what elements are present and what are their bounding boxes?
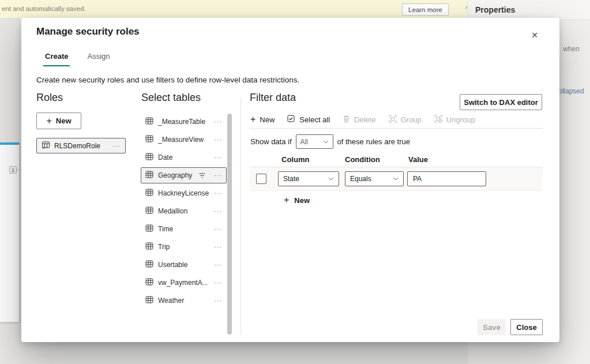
trash-icon bbox=[343, 115, 350, 125]
toolbar-select-all-button[interactable]: Select all bbox=[287, 115, 330, 125]
toolbar-delete-button[interactable]: Delete bbox=[343, 115, 376, 125]
toolbar-group-button[interactable]: Group bbox=[389, 115, 422, 125]
new-role-button[interactable]: + New bbox=[36, 112, 81, 129]
table-row[interactable]: HackneyLicense··· bbox=[141, 185, 227, 201]
ungroup-icon bbox=[434, 115, 442, 125]
cardinality-badge: 1 bbox=[9, 166, 17, 174]
chevron-down-icon bbox=[393, 177, 399, 181]
chevron-down-icon bbox=[328, 177, 334, 181]
table-name: _MeasureView bbox=[158, 136, 204, 144]
column-header-condition: Condition bbox=[345, 155, 380, 164]
table-icon bbox=[145, 171, 153, 180]
toolbar-divider bbox=[250, 128, 543, 129]
switch-to-dax-button[interactable]: Switch to DAX editor bbox=[460, 94, 542, 110]
group-icon bbox=[389, 115, 397, 125]
learn-more-button[interactable]: Learn more bbox=[402, 3, 449, 16]
rule-condition-select[interactable]: Equals bbox=[345, 171, 404, 186]
dialog-tabs: Create Assign bbox=[43, 51, 112, 66]
table-row[interactable]: vw_PaymentA...··· bbox=[141, 275, 227, 291]
table-name: Trip bbox=[158, 243, 170, 251]
rule-value-input[interactable] bbox=[407, 171, 486, 186]
table-row[interactable]: Time··· bbox=[141, 221, 227, 237]
filter-toolbar: + New Select all Delete bbox=[250, 112, 475, 126]
table-name: HackneyLicense bbox=[158, 189, 209, 197]
table-more-icon[interactable]: ··· bbox=[214, 118, 222, 125]
new-role-label: New bbox=[56, 117, 72, 125]
rule-checkbox[interactable] bbox=[256, 174, 266, 184]
table-name: Time bbox=[158, 225, 173, 233]
table-more-icon[interactable]: ··· bbox=[214, 208, 222, 215]
rule-condition-value: Equals bbox=[350, 175, 371, 183]
section-divider bbox=[240, 97, 241, 335]
table-name: Medallion bbox=[158, 207, 187, 215]
manage-security-roles-dialog: Manage security roles ✕ Create Assign Cr… bbox=[21, 18, 559, 342]
table-more-icon[interactable]: ··· bbox=[214, 172, 222, 179]
toolbar-delete-label: Delete bbox=[354, 115, 376, 124]
filter-applied-icon bbox=[199, 173, 205, 178]
plus-icon: + bbox=[46, 117, 51, 126]
rule-column-select[interactable]: State bbox=[278, 171, 339, 186]
table-more-icon[interactable]: ··· bbox=[214, 190, 222, 197]
column-header-value: Value bbox=[408, 155, 428, 164]
rule-column-value: State bbox=[283, 175, 299, 183]
table-name: Date bbox=[158, 153, 172, 162]
table-more-icon[interactable]: ··· bbox=[214, 226, 222, 232]
table-more-icon[interactable]: ··· bbox=[214, 154, 222, 161]
dialog-description: Create new security roles and use filter… bbox=[36, 76, 299, 84]
table-icon bbox=[145, 242, 153, 252]
role-edit-table-icon bbox=[42, 141, 50, 151]
table-name: Geography bbox=[158, 171, 192, 179]
table-row[interactable]: Weather··· bbox=[141, 292, 227, 309]
filter-data-heading: Filter data bbox=[250, 92, 296, 104]
chevron-down-icon bbox=[323, 140, 329, 144]
filter-rule-row: State Equals bbox=[250, 167, 543, 191]
table-more-icon[interactable]: ··· bbox=[214, 297, 222, 304]
table-more-icon[interactable]: ··· bbox=[214, 136, 222, 143]
table-icon bbox=[145, 224, 153, 234]
table-icon bbox=[145, 135, 153, 144]
dialog-title: Manage security roles bbox=[36, 26, 140, 37]
add-rule-button[interactable]: + New bbox=[284, 196, 310, 205]
table-icon bbox=[145, 296, 153, 305]
table-row[interactable]: Usertable··· bbox=[141, 257, 227, 273]
table-icon bbox=[145, 117, 153, 126]
table-icon bbox=[145, 260, 153, 269]
table-row[interactable]: Geography··· bbox=[141, 167, 227, 183]
rule-match-select[interactable]: All bbox=[296, 134, 333, 149]
tab-create[interactable]: Create bbox=[43, 51, 70, 66]
tables-list: _MeasureTable···_MeasureView···Date···Ge… bbox=[141, 114, 227, 310]
table-name: vw_PaymentA... bbox=[158, 279, 208, 287]
table-icon bbox=[145, 153, 153, 162]
table-name: Weather bbox=[158, 297, 184, 305]
table-row[interactable]: _MeasureTable··· bbox=[141, 114, 227, 130]
role-item-rlsdemorole[interactable]: RLSDemoRole ··· bbox=[36, 138, 126, 153]
toolbar-new-button[interactable]: + New bbox=[250, 115, 275, 124]
table-icon bbox=[145, 207, 153, 216]
toolbar-ungroup-button[interactable]: Ungroup bbox=[434, 115, 475, 125]
show-data-row: Show data if All of these rules are true bbox=[250, 134, 410, 149]
rule-match-value: All bbox=[300, 138, 308, 146]
table-row[interactable]: Date··· bbox=[141, 149, 227, 166]
table-icon bbox=[145, 189, 153, 198]
tab-assign[interactable]: Assign bbox=[85, 51, 111, 66]
role-more-icon[interactable]: ··· bbox=[112, 142, 121, 149]
properties-clipped-text: when bbox=[563, 45, 580, 53]
table-more-icon[interactable]: ··· bbox=[214, 243, 222, 250]
properties-collapsed-link[interactable]: ollapsed bbox=[558, 87, 584, 95]
tables-scrollbar[interactable] bbox=[227, 114, 232, 335]
add-rule-label: New bbox=[294, 196, 310, 205]
toolbar-select-all-label: Select all bbox=[299, 115, 330, 124]
table-row[interactable]: Trip··· bbox=[141, 239, 227, 255]
save-button[interactable]: Save bbox=[478, 319, 506, 335]
table-row[interactable]: _MeasureView··· bbox=[141, 132, 227, 148]
table-more-icon[interactable]: ··· bbox=[214, 261, 222, 268]
dialog-close-icon[interactable]: ✕ bbox=[529, 29, 540, 41]
properties-panel-title: Properties bbox=[468, 0, 590, 20]
column-header-column: Column bbox=[281, 155, 309, 164]
plus-icon: + bbox=[250, 115, 255, 124]
toolbar-ungroup-label: Ungroup bbox=[446, 115, 475, 124]
role-item-label: RLSDemoRole bbox=[54, 142, 100, 150]
close-button[interactable]: Close bbox=[510, 319, 543, 335]
table-row[interactable]: Medallion··· bbox=[141, 203, 227, 219]
table-more-icon[interactable]: ··· bbox=[214, 279, 222, 286]
